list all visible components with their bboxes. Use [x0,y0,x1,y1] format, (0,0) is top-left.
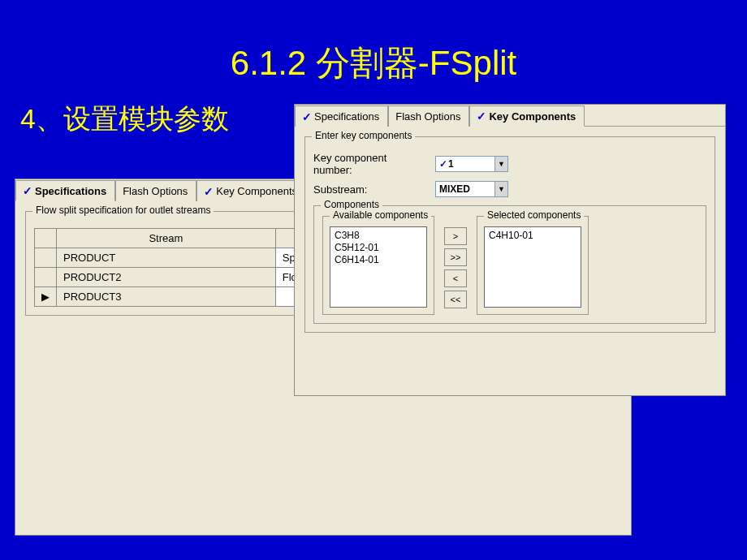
substream-combo[interactable]: MIXED ▼ [435,181,508,197]
components-group: Components Available components C3H8 C5H… [313,205,706,324]
row-marker-active: ▶ [35,287,57,307]
add-button[interactable]: > [444,227,467,245]
key-component-combo[interactable]: ✓ 1 ▼ [435,156,508,172]
remove-all-button[interactable]: << [444,291,467,308]
stream-cell[interactable]: PRODUCT [57,248,276,268]
corner-header [35,229,57,248]
available-group: Available components C3H8 C5H12-01 C6H14… [322,216,434,315]
remove-button[interactable]: < [444,269,467,287]
key-components-panel: ✓ Specifications Flash Options ✓ Key Com… [294,104,726,396]
row-marker [35,248,57,268]
tab-key-components-2[interactable]: ✓ Key Components [469,106,585,127]
tab-label: Specifications [35,185,106,197]
key-component-label: Key component number: [313,152,427,176]
check-icon: ✓ [23,184,32,197]
available-label: Available components [330,209,431,221]
list-item[interactable]: C3H8 [335,230,422,242]
stream-cell[interactable]: PRODUCT2 [57,268,276,287]
chevron-down-icon: ▼ [494,157,507,171]
check-icon: ✓ [439,158,447,170]
check-icon: ✓ [204,185,214,198]
selected-label: Selected components [484,209,584,221]
add-all-button[interactable]: >> [444,248,467,266]
combo-value: MIXED [439,183,470,195]
tab-label: Specifications [314,110,379,123]
tab-specifications-2[interactable]: ✓ Specifications [295,106,388,127]
available-listbox[interactable]: C3H8 C5H12-01 C6H14-01 [330,226,427,308]
tab-bar-2: ✓ Specifications Flash Options ✓ Key Com… [295,105,725,127]
tab-flash-options-2[interactable]: Flash Options [388,106,469,127]
stream-cell[interactable]: PRODUCT3 [57,287,276,307]
tab-label: Flash Options [123,185,188,197]
list-item[interactable]: C6H14-01 [335,254,422,266]
substream-label: Substream: [313,183,427,196]
tab-specifications[interactable]: ✓ Specifications [15,180,115,201]
group-title: Components [321,199,382,210]
selected-listbox[interactable]: C4H10-01 [484,226,581,308]
check-icon: ✓ [302,110,312,123]
selected-group: Selected components C4H10-01 [477,216,589,315]
chevron-down-icon: ▼ [494,182,507,196]
tab-label: Flash Options [395,110,460,123]
key-component-row: Key component number: ✓ 1 ▼ [313,152,706,176]
list-item[interactable]: C4H10-01 [489,230,576,242]
tab-label: Key Components [216,185,297,197]
row-marker [35,268,57,287]
tab-key-components[interactable]: ✓ Key Components [196,180,306,201]
combo-value: 1 [448,158,454,170]
tab-label: Key Components [489,110,576,123]
group-title: Flow split specification for outlet stre… [32,205,214,216]
tab-flash-options[interactable]: Flash Options [115,180,196,201]
list-item[interactable]: C5H12-01 [335,242,422,254]
transfer-buttons: > >> < << [444,216,467,308]
col-stream: Stream [57,229,276,248]
enter-key-components-group: Enter key components Key component numbe… [304,136,715,333]
group-title: Enter key components [312,130,415,141]
substream-row: Substream: MIXED ▼ [313,181,706,197]
page-title: 6.1.2 分割器-FSplit [0,0,747,94]
check-icon: ✓ [477,110,486,123]
